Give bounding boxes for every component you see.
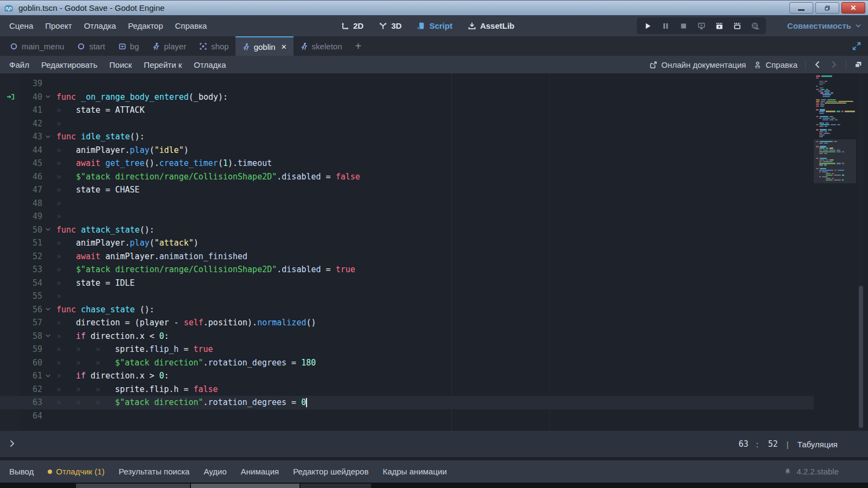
code-line-49[interactable]: 49» (0, 210, 814, 223)
line-number[interactable]: 52 (21, 252, 42, 261)
line-number[interactable]: 46 (21, 172, 42, 182)
code-line-55[interactable]: 55» (0, 290, 814, 303)
scene-tab-goblin[interactable]: goblin✕ (235, 36, 293, 56)
code-line-61[interactable]: 61»if direction.x > 0: (0, 369, 814, 383)
code-line-51[interactable]: 51»animPlayer.play("attack") (0, 236, 814, 250)
fold-arrow-icon[interactable] (42, 373, 53, 379)
code-line-62[interactable]: 62»»»sprite.flip.h = false (0, 383, 814, 396)
line-number[interactable]: 44 (21, 145, 42, 155)
code-lines[interactable]: 3940func _on_range_body_entered(_body):4… (0, 77, 814, 422)
code-line-53[interactable]: 53»$"atack direction/range/CollisionShap… (0, 263, 814, 277)
line-number[interactable]: 64 (21, 411, 42, 421)
code-line-46[interactable]: 46»$"atack direction/range/CollisionShap… (0, 170, 814, 184)
close-tab-icon[interactable]: ✕ (281, 43, 287, 51)
line-number[interactable]: 54 (21, 278, 42, 288)
bottom-tab-Результаты поиска[interactable]: Результаты поиска (112, 467, 197, 476)
distraction-free-button[interactable] (852, 41, 861, 51)
minimize-button[interactable] (789, 2, 813, 14)
scrollbar[interactable] (858, 74, 864, 431)
indent-mode-label[interactable]: Табуляция (797, 440, 838, 449)
menu-item-3[interactable]: Редактор (122, 21, 169, 30)
close-button[interactable]: ✕ (841, 2, 865, 14)
line-number[interactable]: 60 (21, 358, 42, 368)
script-menu-item-1[interactable]: Редактировать (35, 60, 104, 69)
code-line-52[interactable]: 52»await animPlayer.animation_finished (0, 250, 814, 264)
play-button[interactable] (643, 22, 652, 30)
line-number[interactable]: 45 (21, 158, 42, 168)
code-line-41[interactable]: 41»state = ATTACK (0, 104, 814, 117)
line-number[interactable]: 42 (21, 119, 42, 129)
script-menu-item-2[interactable]: Поиск (104, 60, 138, 69)
code-line-48[interactable]: 48» (0, 197, 814, 210)
code-line-44[interactable]: 44»animPlayer.play("idle") (0, 144, 814, 157)
scene-tab-start[interactable]: start (71, 36, 111, 56)
menu-item-4[interactable]: Справка (169, 21, 213, 30)
code-line-43[interactable]: 43func idle_state(): (0, 130, 814, 144)
code-line-60[interactable]: 60»»»$"atack direction".rotation_degrees… (0, 356, 814, 370)
line-number[interactable]: 61 (21, 371, 42, 381)
menu-item-2[interactable]: Отладка (78, 21, 122, 30)
line-number[interactable]: 47 (21, 185, 42, 195)
scene-tab-shop[interactable]: shop (193, 36, 235, 56)
line-number[interactable]: 62 (21, 384, 42, 394)
play-scene-button[interactable] (715, 22, 724, 30)
bottom-tab-Кадры анимации[interactable]: Кадры анимации (375, 467, 454, 476)
movie-mode-button[interactable] (751, 22, 760, 30)
workspace-3d[interactable]: 3D (379, 21, 401, 30)
code-line-56[interactable]: 56func chase_state (): (0, 303, 814, 317)
code-line-64[interactable]: 64 (0, 409, 814, 423)
code-line-54[interactable]: 54»state = IDLE (0, 277, 814, 290)
fold-arrow-icon[interactable] (42, 134, 53, 140)
code-line-59[interactable]: 59»»»sprite.flip_h = true (0, 343, 814, 356)
code-line-50[interactable]: 50func attack_state(): (0, 223, 814, 237)
bottom-tab-Аудио[interactable]: Аудио (196, 467, 233, 476)
line-number[interactable]: 40 (21, 92, 42, 102)
play-custom-scene-button[interactable] (733, 22, 742, 30)
line-number[interactable]: 49 (21, 211, 42, 221)
line-number[interactable]: 51 (21, 238, 42, 248)
workspace-2d[interactable]: 2D (341, 21, 363, 30)
add-scene-tab-button[interactable]: + (348, 36, 368, 56)
online-docs-button[interactable]: Онлайн документация (649, 60, 746, 69)
minimap[interactable] (814, 74, 856, 431)
line-number[interactable]: 59 (21, 344, 42, 354)
menu-item-0[interactable]: Сцена (3, 21, 39, 30)
workspace-script[interactable]: Script (417, 21, 452, 30)
pause-button[interactable] (661, 22, 670, 30)
code-line-42[interactable]: 42» (0, 117, 814, 131)
renderer-dropdown[interactable]: Совместимость (787, 15, 861, 36)
line-number[interactable]: 53 (21, 265, 42, 274)
menu-item-1[interactable]: Проект (39, 21, 78, 30)
maximize-button[interactable] (815, 2, 839, 14)
fold-arrow-icon[interactable] (42, 94, 53, 100)
line-number[interactable]: 50 (21, 225, 42, 235)
line-number[interactable]: 48 (21, 198, 42, 208)
line-number[interactable]: 39 (21, 79, 42, 88)
line-number[interactable]: 41 (21, 105, 42, 115)
script-menu-item-4[interactable]: Отладка (188, 60, 232, 69)
expand-errors-button[interactable] (8, 439, 17, 449)
fold-arrow-icon[interactable] (42, 227, 53, 233)
bottom-tab-Вывод[interactable]: Вывод (2, 467, 41, 476)
scrollbar-thumb[interactable] (859, 286, 863, 428)
bell-icon[interactable] (784, 468, 792, 476)
history-back-button[interactable] (813, 60, 822, 69)
code-line-58[interactable]: 58»if direction.x < 0: (0, 330, 814, 343)
line-number[interactable]: 58 (21, 331, 42, 341)
bottom-tab-Анимация[interactable]: Анимация (234, 467, 286, 476)
code-editor[interactable]: 3940func _on_range_body_entered(_body):4… (0, 74, 868, 431)
script-menu-item-0[interactable]: Файл (3, 60, 35, 69)
fold-arrow-icon[interactable] (42, 306, 53, 312)
code-line-45[interactable]: 45»await get_tree().create_timer(1).time… (0, 157, 814, 170)
stop-button[interactable] (679, 22, 688, 30)
line-number[interactable]: 63 (21, 397, 42, 407)
scene-tab-skeleton[interactable]: skeleton (293, 36, 349, 56)
code-line-47[interactable]: 47»state = CHASE (0, 183, 814, 197)
float-panel-button[interactable] (854, 60, 863, 69)
code-line-63[interactable]: 63»»»$"atack direction".rotation_degrees… (0, 396, 814, 409)
bottom-tab-Редактор шейдеров[interactable]: Редактор шейдеров (286, 467, 375, 476)
history-forward-button[interactable] (829, 60, 838, 69)
code-line-57[interactable]: 57»direction = (player - self.position).… (0, 316, 814, 330)
scene-tab-player[interactable]: player (145, 36, 193, 56)
script-menu-item-3[interactable]: Перейти к (138, 60, 188, 69)
